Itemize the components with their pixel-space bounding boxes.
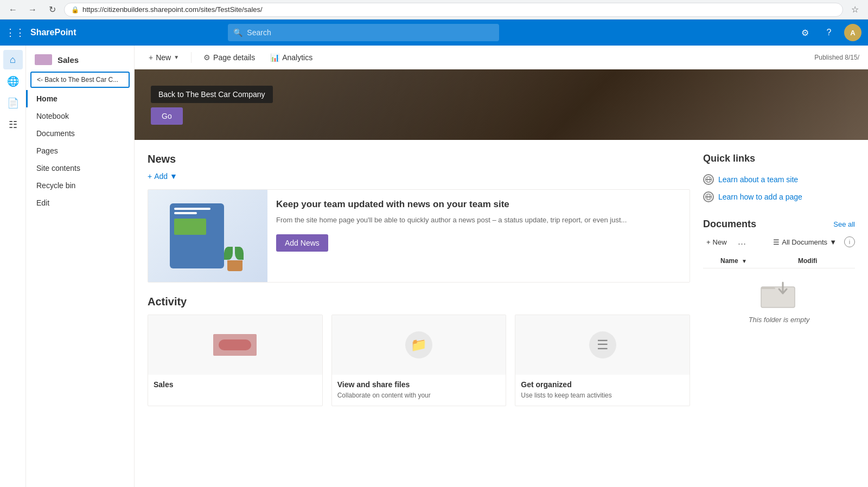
lock-icon: 🔒	[71, 6, 79, 14]
docs-filter-button[interactable]: ☰ All Documents ▼	[770, 236, 840, 248]
back-button[interactable]: ←	[5, 2, 21, 17]
nav-icon-home[interactable]: ⌂	[3, 50, 23, 69]
published-info: Published 8/15/	[814, 54, 859, 61]
news-excerpt: From the site home page you'll be able t…	[276, 215, 681, 226]
sharepoint-brand[interactable]: SharePoint	[30, 28, 76, 37]
activity-card-title-0: Sales	[154, 380, 317, 389]
analytics-button[interactable]: 📊 Analytics	[265, 50, 318, 65]
leaf-1	[224, 247, 233, 260]
news-section-title: News	[148, 153, 690, 165]
globe-icon-1	[703, 191, 714, 202]
nav-icon-notes[interactable]: 📄	[3, 93, 23, 113]
svg-rect-6	[761, 287, 795, 307]
back-label-text: <- Back to The Best Car C...	[37, 76, 118, 84]
news-image-inner	[170, 201, 246, 271]
nav-icon-apps[interactable]: ☷	[3, 115, 23, 134]
nav-item-documents[interactable]: Documents	[26, 125, 134, 142]
nav-item-notebook[interactable]: Notebook	[26, 107, 134, 125]
docs-table-header-row: Name ▼ Modifi	[703, 254, 855, 268]
refresh-button[interactable]: ↻	[44, 2, 60, 17]
hero-back-label: Back to The Best Car Company	[151, 86, 273, 103]
empty-folder-text: This folder is empty	[749, 316, 810, 324]
filter-chevron-icon: ▼	[829, 238, 837, 246]
quick-link-1[interactable]: Learn how to add a page	[703, 188, 855, 206]
docs-plus-icon: +	[706, 238, 711, 246]
site-nav: Sales <- Back to The Best Car C... Home …	[26, 46, 135, 487]
activity-card-body-0: Sales	[148, 375, 322, 396]
settings-icon[interactable]: ⚙	[796, 24, 814, 41]
news-headline: Keep your team updated with news on your…	[276, 198, 681, 210]
search-bar[interactable]: 🔍 Search	[228, 24, 499, 41]
address-bar[interactable]: 🔒 https://citizenbuilders.sharepoint.com…	[64, 3, 843, 17]
docs-col-name[interactable]: Name ▼	[716, 254, 794, 268]
quick-link-0[interactable]: Learn about a team site	[703, 171, 855, 188]
docs-col-modified-label: Modifi	[798, 257, 817, 265]
nav-icon-network[interactable]: 🌐	[3, 72, 23, 91]
docs-toolbar: + New … ☰ All Documents ▼ i	[703, 234, 855, 249]
new-button-label: New	[156, 53, 171, 62]
docs-info-icon[interactable]: i	[844, 236, 855, 247]
docs-col-modified: Modifi	[794, 254, 855, 268]
nav-item-site-contents[interactable]: Site contents	[26, 159, 134, 177]
news-section: News + Add ▼	[148, 153, 690, 283]
quick-links-section: Quick links Learn about a team site Lear…	[703, 153, 855, 206]
plant-illustration	[224, 241, 246, 271]
hero-go-button[interactable]: Go	[151, 107, 183, 125]
documents-section: Documents See all + New … ☰ All Document…	[703, 219, 855, 332]
activity-card-logo-0	[213, 334, 257, 356]
topbar-right: ⚙ ? A	[796, 24, 861, 41]
activity-card-1[interactable]: 📁 View and share files Collaborate on co…	[331, 315, 507, 406]
activity-card-0[interactable]: Sales	[148, 315, 323, 406]
docs-more-button[interactable]: …	[735, 234, 750, 249]
docs-col-name-label: Name	[720, 257, 738, 265]
activity-card-2[interactable]: ☰ Get organized Use lists to keep team a…	[515, 315, 690, 406]
forward-button[interactable]: →	[25, 2, 40, 17]
waffle-menu[interactable]: ⋮⋮	[7, 24, 24, 41]
docs-new-button[interactable]: + New	[703, 236, 730, 248]
page-details-label: Page details	[213, 53, 255, 62]
activity-section: Activity Sales	[148, 296, 690, 406]
nav-item-home[interactable]: Home	[26, 90, 134, 107]
search-placeholder: Search	[247, 28, 271, 37]
quick-links-title: Quick links	[703, 153, 855, 164]
activity-cards: Sales 📁 View and share files Collaborate…	[148, 315, 690, 406]
news-add-chevron-icon: ▼	[170, 172, 177, 181]
page-details-button[interactable]: ⚙ Page details	[198, 50, 260, 65]
sharepoint-topbar: ⋮⋮ SharePoint 🔍 Search ⚙ ? A	[0, 20, 868, 46]
activity-card-logo-shape-0	[219, 339, 251, 350]
plant-leaves	[224, 247, 244, 261]
bookmark-button[interactable]: ☆	[847, 2, 863, 17]
activity-card-image-2: ☰	[515, 315, 690, 375]
activity-card-image-0	[148, 315, 322, 375]
add-news-button[interactable]: Add News	[276, 234, 328, 252]
nav-item-recycle-bin[interactable]: Recycle bin	[26, 177, 134, 194]
back-to-parent-button[interactable]: <- Back to The Best Car C...	[30, 72, 130, 88]
user-avatar[interactable]: A	[844, 24, 861, 41]
docs-filter-label: All Documents	[782, 238, 827, 246]
nav-item-edit[interactable]: Edit	[26, 194, 134, 212]
svg-point-5	[707, 194, 710, 200]
command-bar: + New ▼ ⚙ Page details 📊 Analytics Publi…	[135, 46, 868, 69]
news-add-button[interactable]: + Add ▼	[148, 172, 690, 181]
svg-point-2	[707, 177, 710, 183]
page-details-icon: ⚙	[203, 53, 210, 62]
tablet-line-1	[174, 208, 210, 210]
analytics-icon: 📊	[270, 53, 279, 62]
browser-bar: ← → ↻ 🔒 https://citizenbuilders.sharepoi…	[0, 0, 868, 20]
activity-card-body-1: View and share files Collaborate on cont…	[332, 375, 506, 406]
docs-see-all-link[interactable]: See all	[833, 220, 855, 228]
left-nav-icons: ⌂ 🌐 📄 ☷	[0, 46, 26, 487]
globe-icon-0	[703, 174, 714, 185]
plus-icon-news: +	[148, 172, 152, 181]
page-content: News + Add ▼	[135, 140, 868, 419]
help-icon[interactable]: ?	[820, 24, 838, 41]
analytics-label: Analytics	[282, 53, 312, 62]
news-card: Keep your team updated with news on your…	[148, 189, 690, 283]
filter-icon: ☰	[773, 238, 780, 246]
new-button[interactable]: + New ▼	[143, 50, 184, 65]
nav-item-pages[interactable]: Pages	[26, 142, 134, 159]
site-nav-header: Sales	[26, 50, 134, 69]
docs-table: Name ▼ Modifi	[703, 254, 855, 268]
plant-pot	[227, 260, 242, 271]
docs-col-icon	[703, 254, 716, 268]
